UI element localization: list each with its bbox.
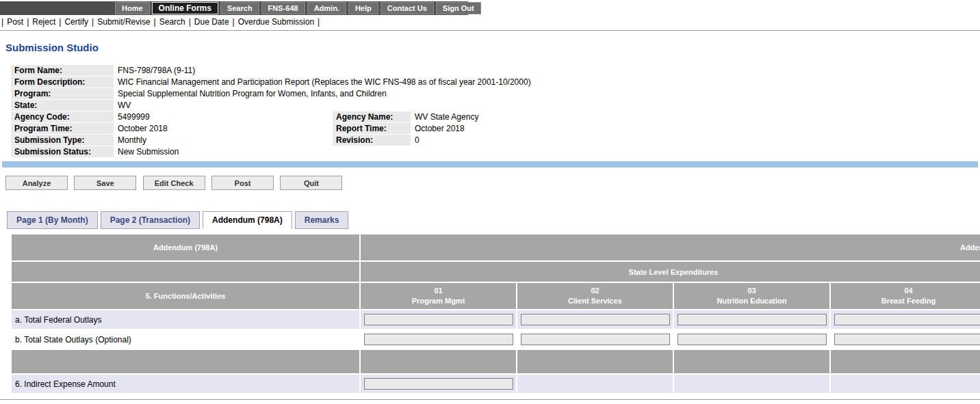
menubar-separator: |	[318, 17, 320, 27]
table-row: 6. Indirect Expense Amount	[12, 375, 980, 393]
input-state-outlays-01[interactable]	[364, 334, 513, 345]
form-page-tabs: Page 1 (By Month) Page 2 (Transaction) A…	[7, 211, 980, 229]
submission-type-label: Submission Type:	[11, 135, 114, 146]
form-name-value: FNS-798/798A (9-11)	[114, 65, 976, 76]
column-name: Breast Feeding	[831, 296, 980, 306]
spacer-cell	[831, 350, 980, 373]
nav-item-help[interactable]: Help	[348, 2, 378, 14]
spacer-cell	[674, 350, 829, 373]
agency-code-label: Agency Code:	[11, 111, 114, 122]
input-federal-outlays-02[interactable]	[521, 314, 670, 325]
page-title: Submission Studio	[5, 42, 980, 53]
table-row: b. Total State Outlays (Optional)	[12, 330, 980, 349]
agency-code-value: 5499999	[114, 111, 332, 122]
tab-remarks[interactable]: Remarks	[295, 211, 349, 229]
table-row: 5. Functions/Activities 01 Program Mgmt …	[12, 283, 980, 309]
menubar-separator: |	[92, 17, 94, 27]
state-label: State:	[11, 100, 114, 111]
menu-search[interactable]: Search	[159, 17, 185, 27]
grid-section-header: Addendum (798A)	[12, 234, 359, 260]
addendum-grid: Addendum (798A) Addendum (798A) State Le…	[10, 233, 980, 394]
row-label-indirect-expense-amount: 6. Indirect Expense Amount	[12, 375, 359, 393]
form-info-table: Form Name: FNS-798/798A (9-11) Form Desc…	[10, 64, 977, 158]
empty-cell	[674, 375, 829, 393]
menu-due-date[interactable]: Due Date	[194, 17, 229, 27]
nav-item-fns-648[interactable]: FNS-648	[261, 2, 305, 14]
nav-item-search[interactable]: Search	[220, 2, 259, 14]
table-row	[12, 350, 980, 373]
submission-status-value: New Submission	[114, 146, 976, 157]
table-row: Agency Code: 5499999 Agency Name: WV Sta…	[11, 111, 976, 122]
menubar-separator: |	[59, 17, 61, 27]
analyze-button[interactable]: Analyze	[5, 176, 68, 190]
table-row: a. Total Federal Outlays	[12, 310, 980, 329]
tab-page-1-by-month[interactable]: Page 1 (By Month)	[7, 211, 98, 229]
nav-item-online-forms[interactable]: Online Forms	[152, 2, 218, 14]
menubar-separator: |	[189, 17, 191, 27]
grid-column-01-program-mgmt: 01 Program Mgmt	[361, 283, 516, 309]
grid-functions-activities-header: 5. Functions/Activities	[12, 283, 359, 309]
post-button[interactable]: Post	[211, 176, 274, 190]
row-label-total-federal-outlays: a. Total Federal Outlays	[12, 310, 359, 329]
table-row: State Level Expenditures	[12, 262, 980, 282]
save-button[interactable]: Save	[74, 176, 136, 190]
revision-value: 0	[411, 135, 976, 146]
tab-addendum-798a[interactable]: Addendum (798A)	[203, 211, 292, 229]
form-description-value: WIC Financial Management and Participati…	[114, 77, 976, 87]
empty-cell	[517, 375, 673, 393]
table-row: Form Description: WIC Financial Manageme…	[11, 77, 976, 87]
grid-group-header-state-level: State Level Expenditures	[361, 262, 980, 282]
table-row: Submission Status: New Submission	[11, 146, 976, 157]
column-name: Program Mgmt	[361, 296, 516, 306]
input-federal-outlays-01[interactable]	[364, 314, 513, 325]
input-federal-outlays-03[interactable]	[678, 314, 827, 325]
row-label-total-state-outlays: b. Total State Outlays (Optional)	[12, 330, 359, 349]
grid-group-header-blank	[12, 262, 359, 282]
input-state-outlays-02[interactable]	[521, 334, 670, 345]
tab-page-2-transaction[interactable]: Page 2 (Transaction)	[101, 211, 200, 229]
nav-item-contact-us[interactable]: Contact Us	[381, 2, 434, 14]
program-time-label: Program Time:	[11, 123, 114, 134]
menubar-separator: |	[154, 17, 156, 27]
bottom-divider	[0, 399, 980, 400]
table-row: Form Name: FNS-798/798A (9-11)	[11, 65, 976, 76]
menubar-separator: |	[27, 17, 29, 27]
column-name: Nutrition Education	[674, 296, 829, 306]
input-state-outlays-04[interactable]	[834, 334, 980, 345]
edit-check-button[interactable]: Edit Check	[143, 176, 205, 190]
form-description-label: Form Description:	[11, 77, 114, 87]
nav-item-home[interactable]: Home	[115, 2, 150, 14]
submission-menubar: |Post|Reject|Certify|Submit/Revise|Searc…	[0, 15, 980, 31]
quit-button[interactable]: Quit	[280, 176, 342, 190]
grid-column-03-nutrition-education: 03 Nutrition Education	[674, 283, 829, 309]
input-federal-outlays-04[interactable]	[834, 314, 980, 325]
spacer-cell	[361, 350, 516, 373]
menu-overdue-submission[interactable]: Overdue Submission	[238, 17, 314, 27]
column-code: 01	[361, 286, 516, 296]
nav-item-sign-out[interactable]: Sign Out	[436, 2, 481, 14]
submission-type-value: Monthly	[114, 135, 332, 146]
state-value: WV	[114, 100, 976, 111]
menu-submit-revise[interactable]: Submit/Revise	[97, 17, 150, 27]
action-button-row: Analyze Save Edit Check Post Quit	[5, 176, 980, 190]
column-name: Client Services	[517, 296, 673, 306]
column-code: 04	[831, 286, 980, 296]
spacer-cell	[12, 350, 359, 373]
nav-item-admin[interactable]: Admin.	[307, 2, 346, 14]
input-indirect-expense-amount[interactable]	[364, 378, 513, 390]
menu-reject[interactable]: Reject	[32, 17, 55, 27]
menu-post[interactable]: Post	[7, 17, 23, 27]
menu-certify[interactable]: Certify	[64, 17, 88, 27]
grid-section-header-continued: Addendum (798A)	[361, 234, 980, 260]
report-time-value: October 2018	[411, 123, 976, 134]
table-row: State: WV	[11, 100, 976, 111]
spacer-cell	[517, 350, 673, 373]
top-navigation-bar: Home Online Forms Search FNS-648 Admin. …	[0, 1, 468, 15]
column-code: 03	[674, 286, 829, 296]
program-value: Special Supplemental Nutrition Program f…	[114, 88, 976, 99]
revision-label: Revision:	[333, 135, 411, 146]
table-row: Addendum (798A) Addendum (798A)	[12, 234, 980, 260]
grid-column-04-breast-feeding: 04 Breast Feeding	[831, 283, 980, 309]
agency-name-label: Agency Name:	[333, 111, 411, 122]
input-state-outlays-03[interactable]	[678, 334, 827, 345]
